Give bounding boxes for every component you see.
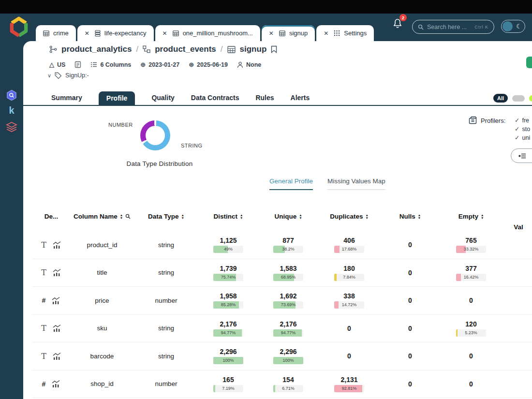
sidebar-item-database[interactable]	[0, 121, 23, 133]
sort-icon[interactable]: ▲▼	[418, 214, 421, 219]
notification-badge[interactable]: 2	[399, 14, 407, 21]
close-tab-icon[interactable]: ✕	[163, 30, 167, 37]
dataset-tab-crime[interactable]: crime	[36, 25, 76, 41]
dataset-tab-one_million_mushroom...[interactable]: ✕one_million_mushroom...	[155, 25, 260, 41]
nav-tab-rules[interactable]: Rules	[255, 94, 274, 105]
table-row-title: Ttitlestring1,73975.74%1,58368.95%1807.8…	[32, 259, 532, 287]
stat-cell: 0	[441, 287, 502, 314]
percentage-label: 94.77%	[273, 329, 303, 337]
profiler-item-sto[interactable]: ✓sto	[515, 125, 532, 133]
dataset-tab-life-expectancy[interactable]: ✕life-expectancy	[77, 25, 154, 41]
table-icon	[43, 30, 49, 36]
breadcrumb-item-table[interactable]: signup	[240, 44, 267, 54]
nav-tab-summary[interactable]: Summary	[51, 94, 82, 105]
profiler-settings-button[interactable]	[511, 148, 532, 163]
column-search-icon[interactable]	[125, 214, 131, 219]
table-header-empty[interactable]: Empty▲▼	[441, 213, 502, 220]
sort-icon[interactable]: ▲▼	[299, 214, 302, 219]
bookmark-icon[interactable]	[271, 45, 277, 53]
table-header-val: Val	[502, 223, 532, 231]
breadcrumb-separator: /	[136, 44, 139, 54]
main-content: product_analytics / product_events / sig…	[23, 41, 532, 399]
tag-row: ∨ SignUp:-	[47, 72, 89, 79]
sub-tab-missing-values-map[interactable]: Missing Values Map	[327, 177, 385, 190]
nav-tab-quality[interactable]: Quality	[151, 94, 174, 105]
stat-value: 0	[408, 241, 412, 249]
sort-icon[interactable]: ▲▼	[240, 214, 243, 219]
percentage-bar: 38.2%	[273, 246, 303, 253]
table-header-unique[interactable]: Unique▲▼	[258, 213, 319, 220]
sidebar-item-kafka[interactable]: k	[0, 105, 23, 116]
profiler-item-fre[interactable]: ✓fre	[515, 116, 532, 125]
column-name-cell: price	[71, 287, 133, 314]
table-header-duplicates[interactable]: Duplicates▲▼	[319, 213, 380, 220]
toggle-pill-gray[interactable]	[512, 95, 525, 102]
percentage-label: 7.84%	[334, 274, 364, 281]
stat-cell: 76533.32%	[441, 231, 502, 259]
stat-cell: 33814.72%	[319, 287, 380, 314]
stat-cell: 0	[380, 259, 441, 287]
breadcrumb-item-source[interactable]: product_analytics	[61, 44, 132, 54]
header-label: Nulls	[399, 213, 415, 220]
sort-icon[interactable]: ▲▼	[120, 214, 123, 219]
stat-cell: 0	[441, 342, 502, 370]
filter-all-badge[interactable]: All	[493, 94, 508, 103]
toggle-pill-green[interactable]	[529, 95, 532, 102]
sub-tab-general-profile[interactable]: General Profile	[269, 177, 313, 190]
green-action-button[interactable]	[526, 57, 532, 68]
stat-value: 0	[347, 352, 351, 360]
stat-cell: 37716.42%	[441, 259, 502, 287]
form-icon	[74, 61, 81, 68]
chevron-down-icon[interactable]: ∨	[47, 73, 51, 79]
dataset-tab-Settings[interactable]: ✕Settings	[316, 25, 374, 41]
header-label: Empty	[458, 213, 478, 220]
table-header-columnname[interactable]: Column Name▲▼	[71, 213, 133, 220]
table-header-datatype[interactable]: Data Type▲▼	[133, 213, 199, 220]
table-row-price: #pricenumber1,95885.28%1,69273.69%33814.…	[32, 287, 532, 315]
table-header-nulls[interactable]: Nulls▲▼	[380, 213, 441, 220]
close-tab-icon[interactable]: ✕	[85, 30, 89, 37]
percentage-label: 68.95%	[273, 274, 303, 281]
tag-label[interactable]: SignUp:-	[65, 72, 89, 79]
dark-mode-toggle[interactable]: ☾	[501, 20, 525, 33]
table-header-distinct[interactable]: Distinct▲▼	[199, 213, 258, 220]
sort-icon[interactable]: ▲▼	[181, 214, 184, 219]
close-tab-icon[interactable]: ✕	[269, 30, 274, 37]
sort-icon[interactable]: ▲▼	[481, 214, 484, 219]
stat-cell: 1807.84%	[319, 259, 380, 287]
nav-tab-profile[interactable]: Profile	[99, 91, 135, 105]
percentage-label: 38.2%	[273, 246, 303, 253]
breadcrumb-item-schema[interactable]: product_events	[155, 44, 216, 54]
donut-label-number: NUMBER	[108, 122, 133, 128]
percentage-bar: 94.77%	[273, 329, 303, 337]
table-row-barcode: Tbarcodestring2,296100%2,296100%000	[32, 342, 532, 370]
column-name-cell: product_id	[71, 231, 133, 259]
stat-value: 0	[469, 380, 473, 388]
data-type-cell: string	[133, 259, 199, 287]
stat-value: 2,296	[220, 348, 236, 355]
sidebar-item-query-service[interactable]	[0, 89, 23, 101]
nav-right-controls: All	[493, 94, 532, 103]
text-type-icon: T	[41, 268, 46, 277]
stat-value: 1,739	[220, 265, 236, 272]
profiler-item-uni[interactable]: ✓uni	[515, 133, 532, 142]
sort-icon[interactable]: ▲▼	[365, 214, 368, 219]
tab-label: one_million_mushroom...	[183, 30, 253, 37]
stat-cell: 2,296100%	[199, 342, 258, 370]
app-logo-icon[interactable]	[8, 16, 30, 38]
database-icon	[95, 30, 101, 37]
nav-tab-alerts[interactable]: Alerts	[291, 94, 310, 105]
close-tab-icon[interactable]: ✕	[324, 30, 328, 37]
tab-label: life-expectancy	[104, 30, 147, 37]
meta-form[interactable]	[74, 61, 81, 68]
percentage-label: 92.81%	[334, 385, 364, 392]
percentage-label: 6.71%	[273, 385, 303, 392]
percentage-label: 14.72%	[334, 301, 364, 309]
percentage-bar: 33.32%	[456, 246, 486, 253]
header-label: Duplicates	[330, 213, 363, 220]
nav-tab-data-contracts[interactable]: Data Contracts	[191, 94, 239, 105]
global-search-input[interactable]: Search here ... Ctrl K	[412, 20, 494, 34]
dataset-tab-signup[interactable]: ✕signup	[262, 25, 315, 41]
header-label: De...	[44, 213, 59, 220]
stat-value: 2,176	[280, 320, 296, 328]
